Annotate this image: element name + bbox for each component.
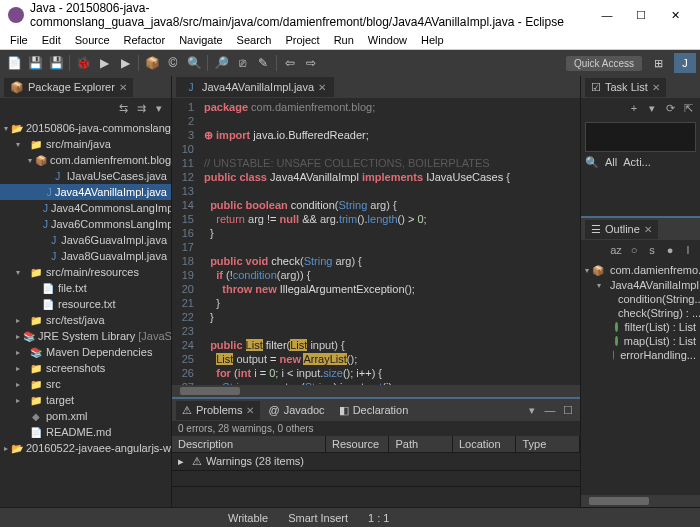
minimize-button[interactable]: — [590,4,624,26]
javadoc-tab[interactable]: @ Javadoc [262,401,330,419]
newpkg-icon[interactable]: 📦 [142,53,162,73]
tree-item[interactable]: ▸📂20160522-javaee-angularjs-webpack... [0,440,171,456]
new-icon[interactable]: 📄 [4,53,24,73]
toggle-icon[interactable]: ⎚ [232,53,252,73]
table-row[interactable]: ▸ ⚠ Warnings (28 items) [172,453,580,470]
close-icon[interactable]: ✕ [318,82,326,93]
task-list-tab[interactable]: ☑ Task List ✕ [585,78,666,97]
tree-item[interactable]: JIJavaUseCases.java [0,168,171,184]
close-icon[interactable]: ✕ [644,224,652,235]
menu-navigate[interactable]: Navigate [173,32,228,48]
min-icon[interactable]: — [542,402,558,418]
tree-item[interactable]: ◆pom.xml [0,408,171,424]
outline-item[interactable]: errorHandling... [581,348,700,362]
annotate-icon[interactable]: ✎ [253,53,273,73]
editor-tab[interactable]: J Java4AVanillaImpl.java ✕ [176,77,334,97]
outline-item[interactable]: ▾Java4AVanillaImpl [581,278,700,292]
column-header[interactable]: Type [516,436,580,452]
sync-icon[interactable]: ⟳ [662,100,678,116]
newclass-icon[interactable]: © [163,53,183,73]
column-header[interactable]: Path [389,436,453,452]
menu-run[interactable]: Run [328,32,360,48]
hide-fields-icon[interactable]: ○ [626,242,642,258]
back-icon[interactable]: ⇦ [280,53,300,73]
menu-icon[interactable]: ▾ [151,100,167,116]
tree-item[interactable]: JJava4CommonsLangImpl.java [0,200,171,216]
outline-item[interactable]: ▾📦com.damienfremo... [581,262,700,278]
outline-hscroll[interactable] [581,495,700,507]
search-icon[interactable]: 🔎 [211,53,231,73]
column-header[interactable]: Resource [326,436,390,452]
package-tree[interactable]: ▾📂20150806-java-commonslang_guava_...▾📁s… [0,118,171,507]
tree-item[interactable]: ▸📚Maven Dependencies [0,344,171,360]
problems-tab[interactable]: ⚠ Problems ✕ [176,401,260,420]
fwd-icon[interactable]: ⇨ [301,53,321,73]
column-header[interactable]: Location [453,436,517,452]
tree-item[interactable]: ▾📁src/main/resources [0,264,171,280]
runlast-icon[interactable]: ▶ [115,53,135,73]
link-icon[interactable]: ⇉ [133,100,149,116]
expand-icon[interactable]: ▸ [178,455,188,468]
outline-item[interactable]: map(List) : List [581,334,700,348]
debug-icon[interactable]: 🐞 [73,53,93,73]
cat-icon[interactable]: ▾ [644,100,660,116]
hide-local-icon[interactable]: l [680,242,696,258]
close-button[interactable]: ✕ [658,4,692,26]
outline-tab[interactable]: ☰ Outline ✕ [585,220,658,239]
menu-file[interactable]: File [4,32,34,48]
filter-icon[interactable]: ▾ [524,402,540,418]
menu-refactor[interactable]: Refactor [118,32,172,48]
task-search-input[interactable] [585,122,696,152]
menu-project[interactable]: Project [279,32,325,48]
tree-item[interactable]: ▸📚JRE System Library [JavaSE-1.8] [0,328,171,344]
column-header[interactable]: Description [172,436,326,452]
tree-item[interactable]: JJava6CommonsLangImpl.java [0,216,171,232]
editor-hscroll[interactable] [172,385,580,397]
quick-access[interactable]: Quick Access [566,56,642,71]
filter-active[interactable]: Acti... [623,156,651,169]
tree-item[interactable]: JJava6GuavaImpl.java [0,232,171,248]
openType-icon[interactable]: 🔍 [184,53,204,73]
sort-icon[interactable]: az [608,242,624,258]
declaration-tab[interactable]: ◧ Declaration [333,401,415,420]
tree-item[interactable]: JJava4AVanillaImpl.java [0,184,171,200]
outline-item[interactable]: condition(String... [581,292,700,306]
maximize-button[interactable]: ☐ [624,4,658,26]
max-icon[interactable]: ☐ [560,402,576,418]
close-icon[interactable]: ✕ [119,82,127,93]
run-icon[interactable]: ▶ [94,53,114,73]
menu-help[interactable]: Help [415,32,450,48]
tree-item[interactable]: ▾📂20150806-java-commonslang_guava_... [0,120,171,136]
tree-item[interactable]: ▸📁screenshots [0,360,171,376]
collapse-icon[interactable]: ⇱ [680,100,696,116]
tree-item[interactable]: ▾📦com.damienfremont.blog [0,152,171,168]
tree-item[interactable]: ▸📁target [0,392,171,408]
package-explorer-tab[interactable]: 📦 Package Explorer ✕ [4,78,133,97]
menu-edit[interactable]: Edit [36,32,67,48]
hide-nonpub-icon[interactable]: ● [662,242,678,258]
find-icon[interactable]: 🔍 [585,156,599,169]
java-perspective-icon[interactable]: J [674,53,696,73]
menu-window[interactable]: Window [362,32,413,48]
menu-source[interactable]: Source [69,32,116,48]
tree-item[interactable]: ▾📁src/main/java [0,136,171,152]
tree-item[interactable]: 📄README.md [0,424,171,440]
menu-search[interactable]: Search [231,32,278,48]
outline-item[interactable]: check(String) : ... [581,306,700,320]
collapse-icon[interactable]: ⇆ [115,100,131,116]
hide-static-icon[interactable]: s [644,242,660,258]
open-perspective-icon[interactable]: ⊞ [647,53,669,73]
saveall-icon[interactable]: 💾 [46,53,66,73]
tree-item[interactable]: 📄resource.txt [0,296,171,312]
close-icon[interactable]: ✕ [652,82,660,93]
filter-all[interactable]: All [605,156,617,169]
tree-item[interactable]: 📄file.txt [0,280,171,296]
code-editor[interactable]: 1231011121314151617181920212223242526272… [172,98,580,385]
tree-item[interactable]: ▸📁src/test/java [0,312,171,328]
tree-item[interactable]: ▸📁src [0,376,171,392]
close-icon[interactable]: ✕ [246,405,254,416]
outline-item[interactable]: filter(List) : List [581,320,700,334]
newtask-icon[interactable]: + [626,100,642,116]
outline-tree[interactable]: ▾📦com.damienfremo...▾Java4AVanillaImplco… [581,260,700,495]
save-icon[interactable]: 💾 [25,53,45,73]
